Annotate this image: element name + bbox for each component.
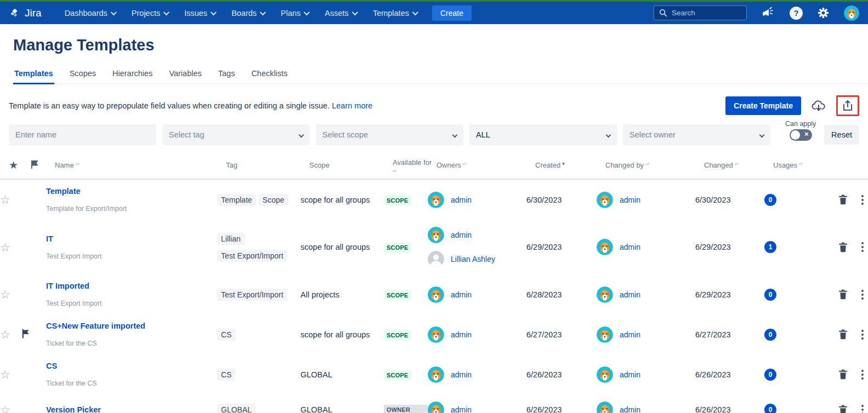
owner-name-link[interactable]: admin xyxy=(620,405,640,413)
create-template-button[interactable]: Create Template xyxy=(725,96,801,115)
usages-badge[interactable]: 0 xyxy=(764,369,776,381)
delete-button[interactable] xyxy=(837,193,849,206)
dog-avatar xyxy=(428,227,444,243)
column-header-changed-by[interactable]: Changed by▴▾ xyxy=(605,161,704,169)
owner-name-link[interactable]: admin xyxy=(451,290,472,299)
owner-name-link[interactable]: admin xyxy=(451,405,472,413)
favorite-star-icon[interactable]: ☆ xyxy=(0,289,22,300)
owner-name-link[interactable]: Lillian Ashley xyxy=(451,255,495,263)
more-actions-button[interactable] xyxy=(860,404,865,413)
column-header-created[interactable]: Created▾ xyxy=(535,161,605,169)
type-filter-select[interactable]: ALL xyxy=(469,124,617,145)
template-name-link[interactable]: CS xyxy=(46,362,217,370)
name-filter[interactable] xyxy=(9,124,156,145)
owner-name-link[interactable]: admin xyxy=(620,290,640,299)
more-actions-button[interactable] xyxy=(860,329,865,341)
learn-more-link[interactable]: Learn more xyxy=(332,101,372,110)
column-header-available-for[interactable]: Available for▴▾ xyxy=(393,158,432,172)
scope-filter-select[interactable]: Select scope xyxy=(316,124,463,145)
more-actions-button[interactable] xyxy=(860,194,865,206)
usages-badge[interactable]: 0 xyxy=(764,289,776,301)
template-name-link[interactable]: Template xyxy=(46,187,217,196)
help-icon[interactable]: ? xyxy=(790,7,803,20)
template-description: Ticket for the CS xyxy=(46,340,217,347)
template-name-link[interactable]: CS+New Feature imported xyxy=(46,322,217,330)
owner-name-link[interactable]: admin xyxy=(451,196,472,204)
tab-checklists[interactable]: Checklists xyxy=(250,69,288,83)
user-avatar[interactable] xyxy=(844,5,859,21)
usages-badge[interactable]: 0 xyxy=(764,194,776,206)
toggle-knob xyxy=(791,130,800,140)
column-header-name[interactable]: Name▴▾ xyxy=(55,161,226,169)
tag-chip: Test Export/Import xyxy=(217,250,287,262)
template-name-link[interactable]: IT xyxy=(46,234,217,243)
changed-by-cell: admin xyxy=(597,239,695,255)
changed-date: 6/26/2023 xyxy=(695,370,764,379)
usages-badge[interactable]: 0 xyxy=(764,404,776,413)
reset-button[interactable]: Reset xyxy=(824,125,859,145)
search-box[interactable] xyxy=(654,5,747,20)
favorite-star-icon[interactable]: ☆ xyxy=(0,194,22,205)
tab-scopes[interactable]: Scopes xyxy=(69,69,97,83)
template-name-link[interactable]: IT Imported xyxy=(46,282,217,290)
favorite-star-icon[interactable]: ☆ xyxy=(0,404,22,413)
flag-icon[interactable] xyxy=(22,329,46,341)
can-apply-toggle[interactable]: × xyxy=(790,129,812,141)
name-filter-input[interactable] xyxy=(15,130,150,139)
announcements-icon[interactable] xyxy=(760,5,776,21)
tab-variables[interactable]: Variables xyxy=(168,69,202,83)
star-icon: ★ xyxy=(9,160,31,170)
tab-templates[interactable]: Templates xyxy=(13,69,54,83)
nav-item-boards[interactable]: Boards xyxy=(231,9,264,18)
nav-item-projects[interactable]: Projects xyxy=(132,9,168,18)
more-actions-button[interactable] xyxy=(860,369,865,381)
favorite-star-icon[interactable]: ☆ xyxy=(0,369,22,380)
owner-name-link[interactable]: admin xyxy=(451,231,472,239)
column-header-owners[interactable]: Owners▴▾ xyxy=(436,161,535,169)
export-button[interactable] xyxy=(842,99,854,112)
name-cell: Template Template for Export/Import xyxy=(46,187,217,213)
created-date: 6/30/2023 xyxy=(526,196,597,204)
nav-item-templates[interactable]: Templates xyxy=(373,9,417,18)
owner-name-link[interactable]: admin xyxy=(620,243,640,251)
delete-button[interactable] xyxy=(837,368,849,381)
jira-logo[interactable]: Jira xyxy=(9,7,42,19)
name-cell: CS+New Feature imported Ticket for the C… xyxy=(46,322,217,347)
usages-badge[interactable]: 0 xyxy=(764,329,776,341)
favorite-star-icon[interactable]: ☆ xyxy=(0,329,22,340)
owner-entry: admin xyxy=(428,227,526,243)
tab-hierarchies[interactable]: Hierarchies xyxy=(111,69,154,83)
nav-item-assets[interactable]: Assets xyxy=(325,9,356,18)
delete-button[interactable] xyxy=(837,240,849,254)
owner-name-link[interactable]: admin xyxy=(620,196,640,204)
nav-item-plans[interactable]: Plans xyxy=(281,9,308,18)
scope-value: scope for all groups xyxy=(300,243,384,251)
delete-button[interactable] xyxy=(837,403,849,413)
tab-tags[interactable]: Tags xyxy=(217,69,236,83)
create-button[interactable]: Create xyxy=(432,5,472,21)
name-cell: Version Picker xyxy=(46,405,217,413)
favorite-star-icon[interactable]: ☆ xyxy=(0,242,22,253)
sort-icon: ▴▾ xyxy=(645,161,649,165)
template-name-link[interactable]: Version Picker xyxy=(46,405,217,413)
owner-name-link[interactable]: admin xyxy=(451,330,472,339)
column-header-usages[interactable]: Usages▴▾ xyxy=(773,161,820,169)
tag-filter-select[interactable]: Select tag xyxy=(162,124,310,145)
usages-badge[interactable]: 1 xyxy=(764,241,776,253)
chevron-down-icon xyxy=(299,132,304,137)
owner-name-link[interactable]: admin xyxy=(451,370,472,379)
owner-name-link[interactable]: admin xyxy=(620,330,640,339)
delete-button[interactable] xyxy=(837,328,849,341)
more-actions-button[interactable] xyxy=(860,241,865,253)
nav-item-issues[interactable]: Issues xyxy=(184,9,215,18)
owner-name-link[interactable]: admin xyxy=(620,370,640,379)
search-input[interactable] xyxy=(672,9,741,17)
owner-filter-select[interactable]: Select owner xyxy=(623,124,770,145)
chevron-down-icon xyxy=(606,132,611,137)
nav-item-dashboards[interactable]: Dashboards xyxy=(65,9,115,18)
import-cloud-download-button[interactable] xyxy=(810,97,827,114)
more-actions-button[interactable] xyxy=(860,289,865,301)
gear-icon[interactable] xyxy=(816,5,831,20)
column-header-changed[interactable]: Changed▴▾ xyxy=(704,161,773,169)
delete-button[interactable] xyxy=(837,288,849,301)
